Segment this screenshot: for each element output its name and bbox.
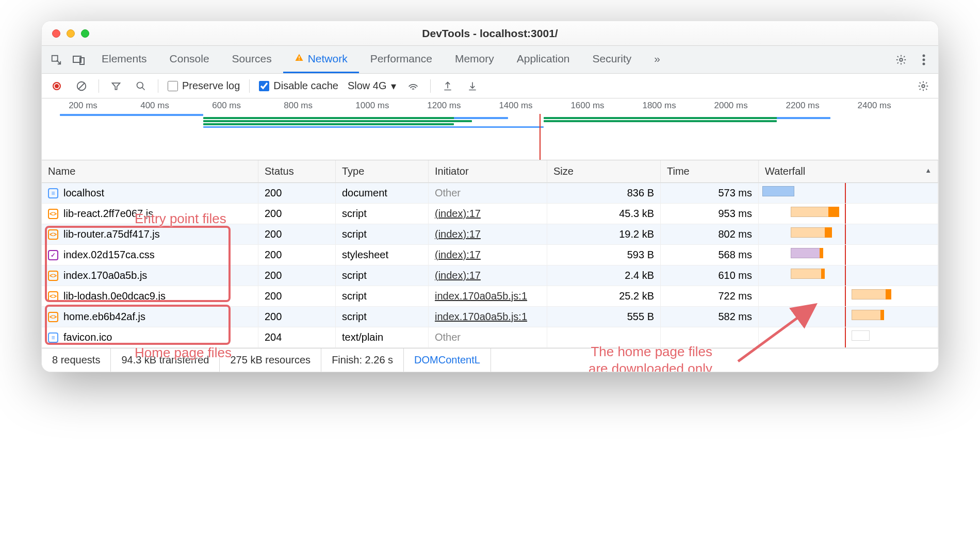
network-conditions-icon[interactable] <box>405 81 421 91</box>
tab-sources[interactable]: Sources <box>221 46 283 73</box>
timeline-tick: 2400 ms <box>858 101 891 111</box>
tabs-overflow[interactable]: » <box>643 46 672 73</box>
tab-memory[interactable]: Memory <box>444 46 505 73</box>
tab-application[interactable]: Application <box>505 46 581 73</box>
initiator-link[interactable]: index.170a0a5b.js:1 <box>435 290 527 302</box>
devtools-window: DevTools - localhost:3001/ Elements Cons… <box>41 21 939 372</box>
window-title: DevTools - localhost:3001/ <box>42 27 938 40</box>
initiator-link: Other <box>435 331 461 343</box>
status-transferred: 94.3 kB transferred <box>111 348 220 372</box>
annotation-arrow <box>728 299 831 372</box>
timeline-graph <box>42 114 938 160</box>
timeline-overview[interactable]: 200 ms400 ms600 ms800 ms1000 ms1200 ms14… <box>42 98 938 160</box>
panel-tabs: Elements Console Sources Network Perform… <box>42 46 938 74</box>
request-name: lib-lodash.0e0dcac9.js <box>63 290 166 302</box>
initiator-link[interactable]: (index):17 <box>435 270 481 281</box>
request-name: localhost <box>63 187 104 199</box>
script-icon: <> <box>48 291 58 302</box>
chevron-down-icon: ▾ <box>391 80 396 92</box>
initiator-link[interactable]: (index):17 <box>435 208 481 219</box>
tab-performance[interactable]: Performance <box>359 46 444 73</box>
initiator-link: Other <box>435 187 461 198</box>
svg-point-10 <box>137 82 143 88</box>
status-domcontent: DOMContentL <box>404 348 491 372</box>
script-icon: <> <box>48 271 58 281</box>
svg-rect-3 <box>299 56 300 59</box>
throttling-dropdown[interactable]: Slow 4G ▾ <box>348 80 396 92</box>
timeline-tick: 600 ms <box>212 101 241 111</box>
timeline-tick: 400 ms <box>140 101 169 111</box>
network-settings-gear-icon[interactable] <box>916 80 931 92</box>
inspect-element-icon[interactable] <box>45 46 68 73</box>
initiator-link[interactable]: (index):17 <box>435 249 481 260</box>
timeline-tick: 1000 ms <box>355 101 389 111</box>
script-icon: <> <box>48 312 58 322</box>
waterfall-cell <box>759 204 938 224</box>
script-icon: <> <box>48 209 58 219</box>
record-button[interactable] <box>49 82 64 90</box>
timeline-tick: 1800 ms <box>642 101 676 111</box>
status-finish: Finish: 2.26 s <box>321 348 404 372</box>
timeline-tick: 800 ms <box>284 101 313 111</box>
document-icon: ≡ <box>48 332 58 343</box>
throttling-value: Slow 4G <box>348 80 387 92</box>
disable-cache-label: Disable cache <box>273 80 338 92</box>
request-name: lib-react.2ff7e067.js <box>63 208 153 220</box>
preserve-log-label: Preserve log <box>182 80 240 92</box>
settings-gear-icon[interactable] <box>890 54 912 65</box>
col-type[interactable]: Type <box>336 160 429 183</box>
tab-console[interactable]: Console <box>158 46 221 73</box>
timeline-tick: 1400 ms <box>499 101 532 111</box>
col-name[interactable]: Name <box>42 160 258 183</box>
disable-cache-checkbox[interactable]: Disable cache <box>259 80 338 92</box>
request-name: index.170a0a5b.js <box>63 270 147 281</box>
filter-icon[interactable] <box>108 81 124 91</box>
initiator-link[interactable]: index.170a0a5b.js:1 <box>435 311 527 322</box>
svg-point-8 <box>923 62 925 65</box>
timeline-tick: 2200 ms <box>786 101 820 111</box>
titlebar: DevTools - localhost:3001/ <box>42 21 938 46</box>
tab-network-label: Network <box>308 53 348 65</box>
svg-point-11 <box>922 85 925 88</box>
timeline-tick: 1200 ms <box>427 101 461 111</box>
clear-button[interactable] <box>74 80 89 92</box>
warning-icon <box>295 53 304 65</box>
timeline-tick: 200 ms <box>69 101 97 111</box>
waterfall-cell <box>759 183 938 204</box>
device-toolbar-icon[interactable] <box>68 46 90 73</box>
request-name: index.02d157ca.css <box>63 249 155 261</box>
tab-network[interactable]: Network <box>283 46 359 73</box>
request-name: lib-router.a75df417.js <box>63 228 160 240</box>
request-name: home.eb6b42af.js <box>63 311 145 323</box>
document-icon: ≡ <box>48 188 58 198</box>
waterfall-cell <box>759 224 938 245</box>
preserve-log-checkbox[interactable]: Preserve log <box>168 80 240 92</box>
svg-point-5 <box>900 58 903 61</box>
col-status[interactable]: Status <box>258 160 336 183</box>
col-waterfall[interactable]: Waterfall <box>759 160 938 183</box>
export-har-icon[interactable] <box>440 81 455 91</box>
network-toolbar: Preserve log Disable cache Slow 4G ▾ <box>42 74 938 98</box>
request-name: favicon.ico <box>63 331 112 343</box>
status-resources: 275 kB resources <box>220 348 321 372</box>
script-icon: <> <box>48 229 58 240</box>
svg-rect-4 <box>299 59 300 60</box>
import-har-icon[interactable] <box>465 81 480 91</box>
kebab-menu-icon[interactable] <box>912 54 935 65</box>
stylesheet-icon: ✓ <box>48 250 58 260</box>
waterfall-cell <box>759 245 938 265</box>
waterfall-cell <box>759 265 938 286</box>
col-initiator[interactable]: Initiator <box>429 160 547 183</box>
svg-point-7 <box>923 58 925 61</box>
search-icon[interactable] <box>133 81 149 91</box>
col-time[interactable]: Time <box>661 160 759 183</box>
timeline-tick: 1600 ms <box>570 101 604 111</box>
svg-point-6 <box>923 54 925 57</box>
col-size[interactable]: Size <box>547 160 661 183</box>
initiator-link[interactable]: (index):17 <box>435 228 481 240</box>
timeline-tick: 2000 ms <box>714 101 748 111</box>
tab-security[interactable]: Security <box>581 46 643 73</box>
tab-elements[interactable]: Elements <box>90 46 158 73</box>
timeline-ticks: 200 ms400 ms600 ms800 ms1000 ms1200 ms14… <box>42 98 938 113</box>
status-requests: 8 requests <box>42 348 111 372</box>
